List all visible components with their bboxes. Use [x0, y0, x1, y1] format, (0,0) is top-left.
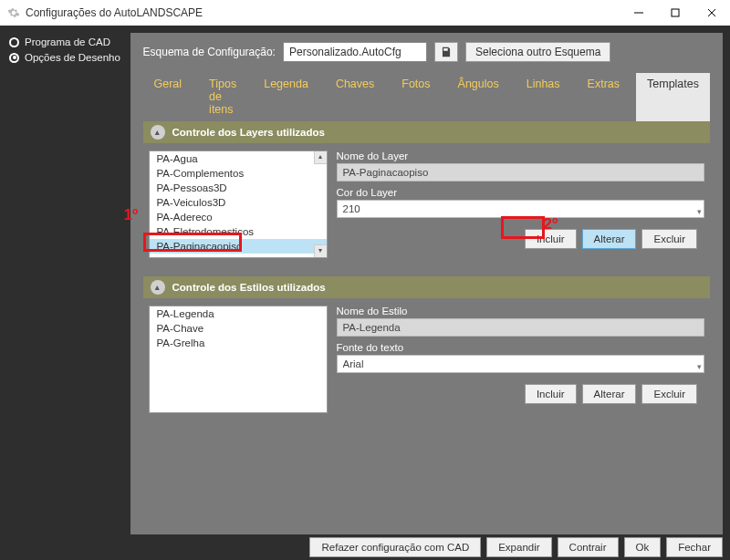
styles-header[interactable]: ▴ Controle dos Estilos utilizados	[143, 276, 710, 298]
style-buttons: Incluir Alterar Excluir	[337, 384, 704, 404]
tab-tipos-itens[interactable]: Tipos de itens	[198, 73, 247, 121]
layers-header-label: Controle dos Layers utilizados	[172, 127, 325, 138]
list-item[interactable]: PA-Complementos	[150, 166, 327, 181]
save-scheme-button[interactable]	[434, 42, 458, 62]
list-item[interactable]: PA-Eletrodomesticos	[150, 224, 327, 239]
layer-alterar-button[interactable]: Alterar	[582, 229, 637, 249]
tab-chaves[interactable]: Chaves	[325, 73, 385, 121]
tabs: Geral Tipos de itens Legenda Chaves Foto…	[130, 67, 723, 121]
tab-angulos[interactable]: Ângulos	[447, 73, 510, 121]
chevron-down-icon[interactable]: ▾	[697, 362, 702, 371]
layer-incluir-button[interactable]: Incluir	[525, 229, 577, 249]
list-item-selected[interactable]: PA-Paginacaopiso	[150, 239, 327, 254]
radio-icon	[9, 37, 19, 47]
radio-opcoes-desenho[interactable]: Opções de Desenho	[9, 52, 121, 63]
list-item[interactable]: PA-Adereco	[150, 210, 327, 224]
list-item[interactable]: PA-Legenda	[150, 306, 327, 321]
expandir-button[interactable]: Expandir	[486, 537, 551, 557]
gear-icon	[7, 6, 20, 19]
tab-geral[interactable]: Geral	[143, 73, 193, 121]
bottom-bar: Refazer configuração com CAD Expandir Co…	[0, 534, 730, 560]
layer-form: Nome do Layer Cor do Layer ▾ Incluir Alt…	[337, 150, 704, 258]
layers-header[interactable]: ▴ Controle dos Layers utilizados	[143, 121, 710, 143]
style-name-label: Nome do Estilo	[337, 306, 704, 316]
layer-color-label: Cor do Layer	[337, 187, 704, 198]
close-button[interactable]	[694, 0, 730, 26]
scheme-label: Esquema de Configuração:	[143, 46, 276, 58]
radio-label: Programa de CAD	[25, 36, 110, 47]
tab-extras[interactable]: Extras	[577, 73, 631, 121]
scheme-row: Esquema de Configuração: Seleciona outro…	[130, 33, 723, 67]
scroll-up-icon[interactable]: ▴	[314, 151, 327, 164]
tab-templates[interactable]: Templates	[636, 73, 710, 121]
style-font-label: Fonte do texto	[337, 342, 704, 353]
style-incluir-button[interactable]: Incluir	[525, 384, 577, 404]
layer-excluir-button[interactable]: Excluir	[641, 229, 697, 249]
sidebar: Programa de CAD Opções de Desenho	[0, 26, 130, 534]
title-bar: Configurações do AutoLANDSCAPE	[0, 0, 730, 26]
minimize-button[interactable]	[620, 0, 657, 26]
main-panel: Esquema de Configuração: Seleciona outro…	[130, 33, 723, 534]
style-alterar-button[interactable]: Alterar	[582, 384, 637, 404]
chevron-up-icon: ▴	[151, 125, 165, 140]
chevron-down-icon[interactable]: ▾	[697, 207, 702, 216]
scheme-input[interactable]	[283, 42, 427, 62]
fechar-button[interactable]: Fechar	[666, 537, 723, 557]
maximize-button[interactable]	[657, 0, 694, 26]
styles-header-label: Controle dos Estilos utilizados	[172, 282, 326, 293]
chevron-up-icon: ▴	[151, 280, 165, 295]
tab-linhas[interactable]: Linhas	[516, 73, 571, 121]
styles-body: PA-Legenda PA-Chave PA-Grelha Nome do Es…	[143, 298, 710, 422]
list-item[interactable]: PA-Agua	[150, 151, 327, 166]
style-excluir-button[interactable]: Excluir	[641, 384, 697, 404]
scroll-down-icon[interactable]: ▾	[314, 244, 327, 257]
floppy-icon	[440, 46, 453, 58]
contrair-button[interactable]: Contrair	[558, 537, 619, 557]
refazer-button[interactable]: Refazer configuração com CAD	[309, 537, 481, 557]
radio-label: Opções de Desenho	[25, 52, 120, 63]
layers-body: ▴ PA-Agua PA-Complementos PA-Pessoas3D P…	[143, 143, 710, 267]
svg-rect-0	[672, 9, 679, 16]
list-item[interactable]: PA-Grelha	[150, 336, 327, 350]
window-title: Configurações do AutoLANDSCAPE	[26, 6, 203, 19]
style-form: Nome do Estilo Fonte do texto ▾ Incluir …	[337, 306, 704, 413]
select-other-scheme-button[interactable]: Seleciona outro Esquema	[465, 42, 610, 62]
style-name-input[interactable]	[337, 318, 704, 337]
ok-button[interactable]: Ok	[624, 537, 662, 557]
tab-fotos[interactable]: Fotos	[391, 73, 441, 121]
layer-color-input[interactable]	[337, 200, 704, 218]
layer-name-input[interactable]	[337, 163, 704, 181]
radio-programa-cad[interactable]: Programa de CAD	[9, 36, 121, 47]
content-area: Programa de CAD Opções de Desenho Esquem…	[0, 26, 730, 534]
list-item[interactable]: PA-Veiculos3D	[150, 195, 327, 210]
layer-name-label: Nome do Layer	[337, 150, 704, 161]
list-item[interactable]: PA-Pessoas3D	[150, 181, 327, 195]
list-item[interactable]: PA-Chave	[150, 321, 327, 336]
styles-listbox[interactable]: PA-Legenda PA-Chave PA-Grelha	[149, 306, 328, 413]
radio-icon	[9, 53, 19, 63]
style-font-input[interactable]	[337, 355, 704, 373]
layer-buttons: Incluir Alterar Excluir	[337, 229, 704, 249]
layers-listbox[interactable]: ▴ PA-Agua PA-Complementos PA-Pessoas3D P…	[149, 150, 328, 258]
tab-legenda[interactable]: Legenda	[253, 73, 319, 121]
